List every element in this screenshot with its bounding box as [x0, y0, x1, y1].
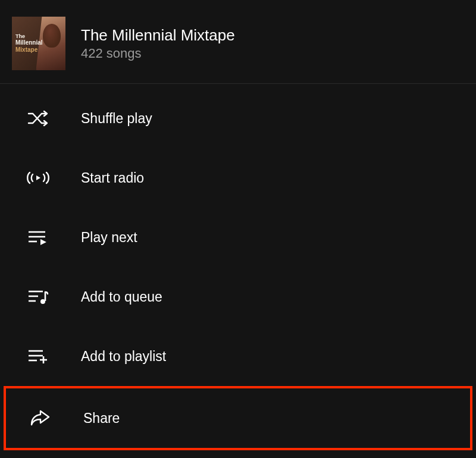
- add-to-playlist-label: Add to playlist: [81, 349, 166, 365]
- radio-icon: [24, 164, 52, 192]
- share-icon: [26, 404, 55, 432]
- add-playlist-icon: [24, 342, 52, 371]
- share-item[interactable]: Share: [4, 386, 472, 450]
- start-radio-label: Start radio: [81, 170, 144, 186]
- add-to-queue-label: Add to queue: [81, 289, 162, 305]
- share-label: Share: [83, 410, 120, 426]
- add-to-queue-item[interactable]: Add to queue: [0, 267, 476, 327]
- album-art-text: The Millennial Mixtape: [15, 33, 43, 53]
- playlist-title: The Millennial Mixtape: [81, 26, 235, 45]
- add-to-playlist-item[interactable]: Add to playlist: [0, 327, 476, 386]
- play-next-label: Play next: [81, 230, 137, 246]
- album-art: The Millennial Mixtape: [12, 17, 65, 70]
- queue-icon: [24, 283, 52, 311]
- play-next-icon: [24, 223, 52, 252]
- playlist-header: The Millennial Mixtape The Millennial Mi…: [0, 6, 476, 84]
- play-next-item[interactable]: Play next: [0, 208, 476, 267]
- start-radio-item[interactable]: Start radio: [0, 148, 476, 208]
- shuffle-play-item[interactable]: Shuffle play: [0, 89, 476, 148]
- menu-list: Shuffle play Start radio: [0, 84, 476, 450]
- shuffle-icon: [24, 104, 52, 133]
- playlist-song-count: 422 songs: [81, 46, 235, 61]
- svg-point-6: [40, 299, 45, 304]
- context-menu-sheet: The Millennial Mixtape The Millennial Mi…: [0, 0, 476, 458]
- playlist-info: The Millennial Mixtape 422 songs: [81, 26, 235, 61]
- shuffle-play-label: Shuffle play: [81, 111, 152, 127]
